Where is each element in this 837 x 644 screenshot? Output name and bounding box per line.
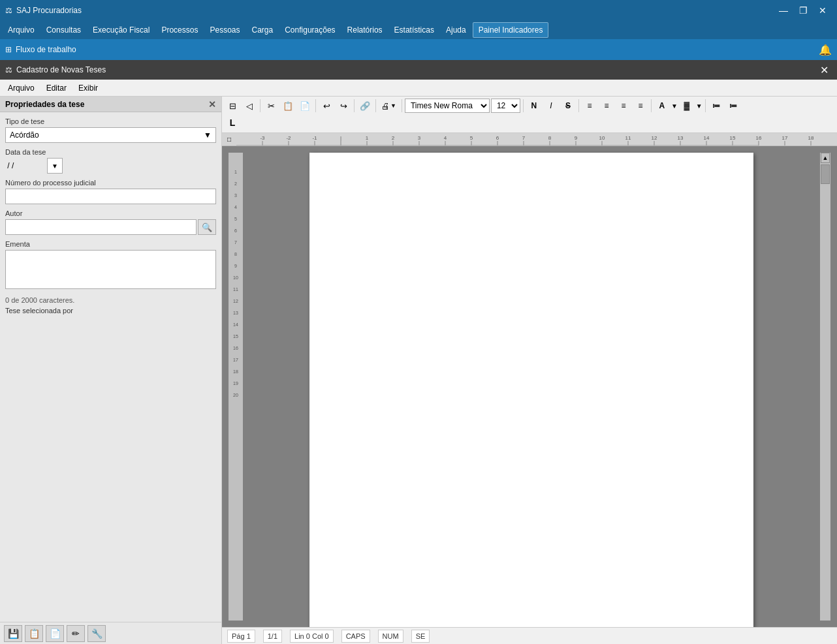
svg-text:-3: -3 (260, 135, 265, 141)
menu-consultas[interactable]: Consultas (41, 23, 86, 37)
align-justify-button[interactable]: ≡ (633, 99, 648, 113)
menu-pessoas[interactable]: Pessoas (204, 23, 245, 37)
panel-close-button[interactable]: ✕ (208, 99, 216, 110)
app-icon: ⚖ (5, 6, 12, 15)
autor-input[interactable] (5, 219, 197, 235)
v-ruler-mark: 16 (229, 342, 243, 354)
tipo-tese-label: Tipo de tese (5, 117, 216, 125)
menu-exec-fiscal[interactable]: Execução Fiscal (87, 23, 155, 37)
tb-link[interactable]: 🔗 (357, 98, 373, 114)
tese-selecionada: Tese selecionada por (5, 307, 216, 314)
status-caps: CAPS (341, 630, 370, 643)
maximize-button[interactable]: ❐ (794, 1, 812, 20)
svg-text:13: 13 (678, 135, 684, 141)
v-ruler-mark: 12 (229, 295, 243, 307)
strikethrough-button[interactable]: S (560, 99, 576, 113)
vertical-scrollbar[interactable]: ▲ (820, 153, 830, 621)
v-ruler-mark: 6 (229, 224, 243, 236)
svg-text:2: 2 (392, 135, 395, 141)
svg-text:14: 14 (704, 135, 710, 141)
ruler-button[interactable]: L (225, 115, 240, 130)
v-ruler-mark: 15 (229, 330, 243, 342)
ementa-label: Ementa (5, 240, 216, 248)
sub-close-button[interactable]: ✕ (816, 62, 832, 78)
highlight-button[interactable]: ▓ (679, 99, 695, 113)
v-ruler-mark: 8 (229, 248, 243, 260)
tb-paste[interactable]: 📄 (297, 98, 313, 114)
minimize-button[interactable]: — (774, 1, 793, 20)
edit-tool-button[interactable]: ✏ (67, 625, 85, 642)
svg-text:6: 6 (496, 135, 499, 141)
v-ruler-mark: 19 (229, 377, 243, 389)
bullets-button[interactable]: ≔ (708, 99, 724, 113)
save-tool-button[interactable]: 💾 (4, 625, 22, 642)
settings-tool-button[interactable]: 🔧 (87, 625, 106, 642)
svg-text:15: 15 (730, 135, 736, 141)
menu-painel-indicadores[interactable]: Painel Indicadores (473, 22, 549, 38)
close-button[interactable]: ✕ (813, 1, 832, 20)
page-tool-button[interactable]: 📄 (46, 625, 64, 642)
menu-ajuda[interactable]: Ajuda (441, 23, 471, 37)
page-scroll[interactable]: 1 2 3 4 5 6 7 8 9 10 11 12 13 (222, 146, 837, 627)
tb-redo[interactable]: ↪ (336, 98, 351, 114)
sub-menu-exibir[interactable]: Exibir (73, 82, 103, 95)
copy-tool-button[interactable]: 📋 (25, 625, 43, 642)
menu-carga[interactable]: Carga (247, 23, 279, 37)
font-color-arrow[interactable]: ▼ (671, 102, 678, 110)
data-tese-input[interactable] (5, 161, 44, 170)
svg-text:|: | (340, 135, 341, 141)
tb-undo[interactable]: ↩ (319, 98, 334, 114)
dropdown-icon: ▼ (204, 130, 212, 140)
tb-copy[interactable]: 📋 (280, 98, 296, 114)
window-controls: — ❐ ✕ (774, 1, 832, 20)
status-page-total: 1/1 (263, 630, 282, 643)
tb-tool1[interactable]: ⊟ (225, 98, 240, 114)
align-center-button[interactable]: ≡ (599, 99, 614, 113)
font-color-button[interactable]: A (654, 99, 670, 113)
sub-menu-arquivo[interactable]: Arquivo (3, 82, 40, 95)
tb-cut[interactable]: ✂ (263, 98, 279, 114)
menu-arquivo[interactable]: Arquivo (3, 23, 40, 37)
tb-print[interactable]: 🖨▼ (379, 98, 399, 114)
v-ruler-mark: 10 (229, 271, 243, 283)
svg-text:16: 16 (756, 135, 762, 141)
font-select[interactable]: Times New Roma Arial Calibri (405, 99, 490, 113)
sub-menu-editar[interactable]: Editar (41, 82, 72, 95)
tipo-tese-select[interactable]: Acórdão ▼ (5, 127, 216, 143)
left-panel: Propriedades da tese ✕ Tipo de tese Acór… (0, 97, 222, 644)
menu-relatorios[interactable]: Relatórios (342, 23, 388, 37)
align-left-button[interactable]: ≡ (582, 99, 597, 113)
sub-menu-bar: Arquivo Editar Exibir (0, 80, 837, 97)
bell-icon[interactable]: 🔔 (819, 44, 832, 56)
app-title: SAJ Procuradorias (16, 6, 82, 15)
tb-back[interactable]: ◁ (242, 98, 257, 114)
fluxo-label[interactable]: Fluxo de trabalho (16, 45, 76, 54)
sub-title-bar: ⚖ Cadastro de Novas Teses ✕ (0, 60, 837, 80)
editor-toolbar: ⊟ ◁ ✂ 📋 📄 ↩ ↪ 🔗 🖨▼ Times N (222, 97, 837, 133)
main-content: Propriedades da tese ✕ Tipo de tese Acór… (0, 97, 837, 644)
sub-window-icon: ⚖ (5, 65, 12, 74)
font-size-select[interactable]: 12 10 14 16 (491, 99, 520, 113)
numbering-button[interactable]: ≔ (725, 99, 741, 113)
menu-estatisticas[interactable]: Estatísticas (389, 23, 439, 37)
menu-processos[interactable]: Processos (156, 23, 203, 37)
highlight-arrow[interactable]: ▼ (696, 102, 703, 110)
numero-processo-input[interactable] (5, 189, 216, 204)
align-right-button[interactable]: ≡ (616, 99, 631, 113)
document-page[interactable] (309, 153, 753, 627)
date-dropdown-button[interactable]: ▼ (47, 158, 63, 174)
bold-button[interactable]: N (526, 99, 542, 113)
ruler-corner: □ (222, 133, 236, 146)
svg-text:1: 1 (366, 135, 369, 141)
numero-processo-label: Número do processo judicial (5, 179, 216, 187)
scroll-up-button[interactable]: ▲ (821, 153, 830, 163)
scroll-thumb[interactable] (821, 164, 830, 184)
vertical-ruler: 1 2 3 4 5 6 7 8 9 10 11 12 13 (229, 153, 243, 621)
italic-button[interactable]: I (543, 99, 559, 113)
autor-search-button[interactable]: 🔍 (198, 219, 216, 235)
title-bar: ⚖ SAJ Procuradorias — ❐ ✕ (0, 0, 837, 21)
menu-configuracoes[interactable]: Configurações (279, 23, 340, 37)
bottom-toolbar: 💾 📋 📄 ✏ 🔧 (0, 622, 221, 644)
ementa-textarea[interactable] (5, 250, 216, 289)
status-bar: Pág 1 1/1 Lin 0 Col 0 CAPS NUM SE (222, 627, 837, 644)
